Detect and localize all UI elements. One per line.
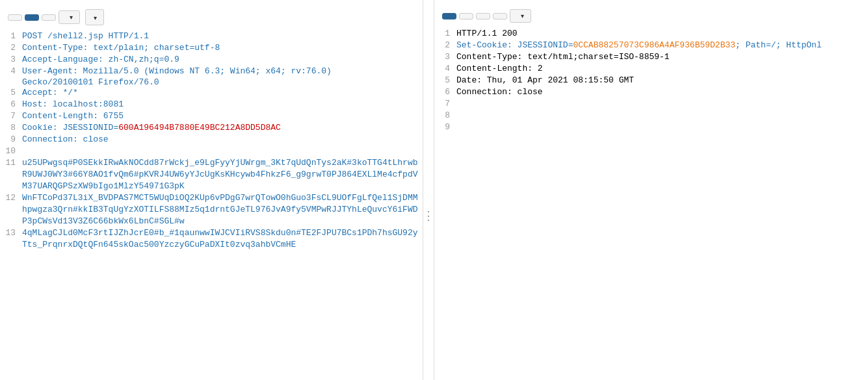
line-content: HTTP/1.1 200 xyxy=(456,28,865,40)
line-number: 3 xyxy=(3,54,16,66)
line-number: 8 xyxy=(437,110,450,121)
table-row: 3Content-Type: text/html;charset=ISO-885… xyxy=(434,51,868,63)
table-row: 5Date: Thu, 01 Apr 2021 08:15:50 GMT xyxy=(434,75,868,86)
table-row: 8 xyxy=(434,110,868,121)
line-number: 8 xyxy=(3,122,16,134)
table-row: 4Content-Length: 2 xyxy=(434,63,868,75)
table-row: 9 xyxy=(434,121,868,133)
line-content: Accept: */* xyxy=(22,87,420,99)
line-number: 1 xyxy=(437,28,450,40)
line-content: Connection: close xyxy=(456,86,865,98)
table-row: 6Connection: close xyxy=(434,86,868,98)
line-content: Content-Length: 2 xyxy=(456,63,865,75)
table-row: 5Accept: */* xyxy=(0,87,423,99)
request-pretty-tab[interactable] xyxy=(8,14,22,21)
line-content: User-Agent: Mozilla/5.0 (Windows NT 6.3;… xyxy=(22,66,420,77)
request-actions-button[interactable]: ▾ xyxy=(59,10,80,24)
line-content: u25UPwgsq#P0SEkkIRwAkNOCdd87rWckj_e9LgFy… xyxy=(22,157,420,192)
response-raw-tab[interactable] xyxy=(459,13,473,19)
response-actions-button[interactable]: ▾ xyxy=(510,9,531,23)
table-row: 2Content-Type: text/plain; charset=utf-8 xyxy=(0,42,423,54)
response-newline-tab[interactable] xyxy=(493,13,507,19)
line-content: Host: localhost:8081 xyxy=(22,99,420,110)
table-row: 7Content-Length: 6755 xyxy=(0,110,423,122)
line-number: 2 xyxy=(3,42,16,54)
response-pretty-tab[interactable] xyxy=(442,13,456,19)
request-content: 1POST /shell2.jsp HTTP/1.12Content-Type:… xyxy=(0,28,423,380)
select-extension-button[interactable]: ▾ xyxy=(85,9,104,25)
line-number: 12 xyxy=(3,192,16,204)
line-number: 5 xyxy=(437,75,450,86)
line-number: 3 xyxy=(437,51,450,63)
chevron-down-icon: ▾ xyxy=(70,14,73,21)
table-row: 7 xyxy=(434,98,868,110)
line-number: 9 xyxy=(3,134,16,146)
response-toolbar: ▾ xyxy=(442,9,860,23)
line-content: Connection: close xyxy=(22,134,420,146)
table-row: 8Cookie: JSESSIONID=600A196494B7880E49BC… xyxy=(0,122,423,134)
response-panel: ▾ 1HTTP/1.1 2002Set-Cookie: JSESSIONID=0… xyxy=(434,0,868,380)
line-number: 7 xyxy=(437,98,450,110)
request-raw-tab[interactable] xyxy=(25,14,39,21)
line-content: Content-Type: text/html;charset=ISO-8859… xyxy=(456,51,865,63)
line-number: 4 xyxy=(437,63,450,75)
table-row: 1POST /shell2.jsp HTTP/1.1 xyxy=(0,31,423,42)
line-content: Date: Thu, 01 Apr 2021 08:15:50 GMT xyxy=(456,75,865,86)
table-row: 10 xyxy=(0,146,423,157)
line-content: Cookie: JSESSIONID=600A196494B7880E49BC2… xyxy=(22,122,420,134)
line-number: 6 xyxy=(3,99,16,110)
line-content: Accept-Language: zh-CN,zh;q=0.9 xyxy=(22,54,420,66)
line-content: Content-Length: 6755 xyxy=(22,110,420,122)
line-number: 6 xyxy=(437,86,450,98)
line-number: 5 xyxy=(3,87,16,99)
response-header: ▾ xyxy=(434,0,868,25)
line-number: 9 xyxy=(437,121,450,133)
line-number: 1 xyxy=(3,31,16,42)
table-row: 1HTTP/1.1 200 xyxy=(434,28,868,40)
table-row: 134qMLagCJLd0McF3rtIJZhJcrE0#b_#1qaunwwI… xyxy=(0,227,423,251)
table-row: 9Connection: close xyxy=(0,134,423,146)
table-row: 6Host: localhost:8081 xyxy=(0,99,423,110)
table-row: 3Accept-Language: zh-CN,zh;q=0.9 xyxy=(0,54,423,66)
line-number: 11 xyxy=(3,157,16,169)
table-row: 11u25UPwgsq#P0SEkkIRwAkNOCdd87rWckj_e9Lg… xyxy=(0,157,423,192)
request-header: ▾ ▾ xyxy=(0,0,423,28)
request-panel: ▾ ▾ 1POST /shell2.jsp HTTP/1.12Content-T… xyxy=(0,0,423,380)
line-content: Set-Cookie: JSESSIONID=0CCAB88257073C986… xyxy=(456,40,865,51)
table-row: 12WnFTCoPd37L3iX_BVDPAS7MCT5WUqDiOQ2KUp6… xyxy=(0,192,423,227)
line-number: 4 xyxy=(3,66,16,77)
panel-divider[interactable]: ⋮ xyxy=(423,0,434,380)
chevron-down-icon: ▾ xyxy=(521,12,524,19)
table-row: 2Set-Cookie: JSESSIONID=0CCAB88257073C98… xyxy=(434,40,868,51)
chevron-down-icon: ▾ xyxy=(94,14,97,21)
response-render-tab[interactable] xyxy=(476,13,490,19)
line-content: Content-Type: text/plain; charset=utf-8 xyxy=(22,42,420,54)
line-content: 4qMLagCJLd0McF3rtIJZhJcrE0#b_#1qaunwwIWJ… xyxy=(22,227,420,251)
line-content: POST /shell2.jsp HTTP/1.1 xyxy=(22,31,420,42)
request-newline-tab[interactable] xyxy=(42,14,56,21)
table-row: 4User-Agent: Mozilla/5.0 (Windows NT 6.3… xyxy=(0,66,423,87)
line-number: 2 xyxy=(437,40,450,51)
line-number: 13 xyxy=(3,227,16,239)
request-toolbar: ▾ ▾ xyxy=(8,9,415,25)
line-number: 7 xyxy=(3,110,16,122)
response-content: 1HTTP/1.1 2002Set-Cookie: JSESSIONID=0CC… xyxy=(434,25,868,380)
line-number: 10 xyxy=(3,146,16,157)
line-content: WnFTCoPd37L3iX_BVDPAS7MCT5WUqDiOQ2KUp6vP… xyxy=(22,192,420,227)
